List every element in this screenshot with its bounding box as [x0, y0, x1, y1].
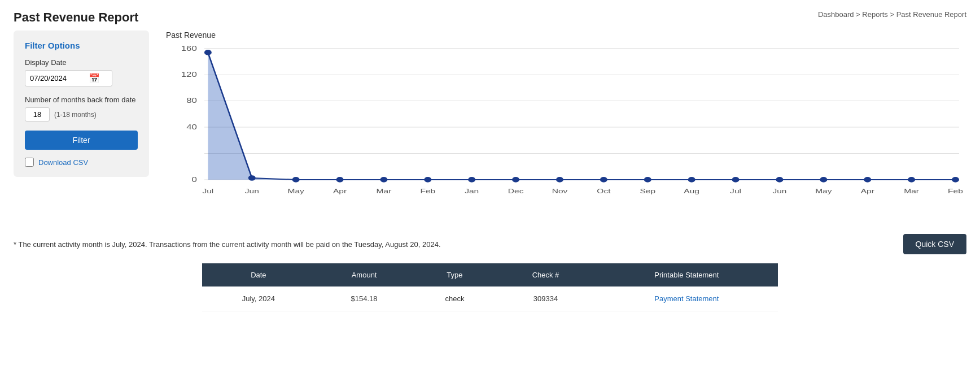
- svg-text:Jan: Jan: [465, 188, 479, 195]
- breadcrumb: Dashboard > Reports > Past Revenue Repor…: [818, 10, 966, 19]
- svg-text:Apr: Apr: [333, 188, 347, 195]
- svg-text:80: 80: [186, 97, 197, 105]
- svg-point-26: [820, 177, 827, 183]
- csv-row: Download CSV: [25, 158, 138, 167]
- cell-date: July, 2024: [202, 286, 315, 311]
- svg-point-29: [952, 177, 959, 183]
- breadcrumb-dashboard[interactable]: Dashboard: [818, 10, 854, 19]
- breadcrumb-reports[interactable]: Reports: [862, 10, 888, 19]
- svg-point-17: [424, 177, 431, 183]
- svg-point-16: [380, 177, 387, 183]
- cell-check: 309334: [496, 286, 595, 311]
- col-check: Check #: [496, 263, 595, 286]
- table-row: July, 2024 $154.18 check 309334 Payment …: [202, 286, 778, 311]
- svg-text:Feb: Feb: [948, 188, 963, 195]
- svg-text:0: 0: [192, 176, 197, 184]
- svg-text:Jul: Jul: [202, 188, 213, 195]
- svg-text:160: 160: [181, 45, 197, 53]
- cell-statement[interactable]: Payment Statement: [596, 286, 778, 311]
- svg-text:Mar: Mar: [377, 188, 392, 195]
- svg-marker-11: [208, 53, 955, 180]
- svg-text:May: May: [287, 188, 304, 195]
- svg-text:Jun: Jun: [245, 188, 259, 195]
- months-input[interactable]: [25, 107, 50, 121]
- svg-point-13: [248, 175, 256, 181]
- bottom-section: * The current activity month is July, 20…: [0, 224, 980, 322]
- months-hint: (1-18 months): [54, 111, 97, 119]
- chart-area: Past Revenue 160 120 80 40 0: [160, 31, 966, 224]
- svg-text:Apr: Apr: [861, 188, 875, 195]
- svg-text:May: May: [815, 188, 832, 195]
- svg-text:Aug: Aug: [684, 188, 699, 195]
- svg-point-25: [776, 177, 783, 183]
- svg-text:Jul: Jul: [730, 188, 741, 195]
- display-date-label: Display Date: [25, 58, 138, 67]
- breadcrumb-current: Past Revenue Report: [896, 10, 966, 19]
- chart-svg: 160 120 80 40 0: [160, 43, 966, 212]
- svg-text:Feb: Feb: [420, 188, 435, 195]
- svg-point-28: [908, 177, 915, 183]
- csv-checkbox[interactable]: [25, 158, 34, 167]
- main-content: Filter Options Display Date 📅 Number of …: [0, 31, 980, 224]
- svg-text:Sep: Sep: [640, 188, 655, 195]
- notice-text: * The current activity month is July, 20…: [14, 240, 441, 249]
- data-table: Date Amount Type Check # Printable State…: [202, 263, 778, 311]
- table-header: Date Amount Type Check # Printable State…: [202, 263, 778, 286]
- svg-point-18: [468, 177, 475, 183]
- cell-type: check: [413, 286, 496, 311]
- svg-point-12: [204, 50, 212, 55]
- notice-row: * The current activity month is July, 20…: [14, 234, 966, 254]
- svg-text:40: 40: [186, 123, 197, 131]
- table-body: July, 2024 $154.18 check 309334 Payment …: [202, 286, 778, 311]
- filter-title: Filter Options: [25, 41, 138, 50]
- date-input[interactable]: [30, 74, 86, 83]
- svg-point-20: [556, 177, 563, 183]
- calendar-icon[interactable]: 📅: [89, 73, 100, 84]
- filter-panel: Filter Options Display Date 📅 Number of …: [14, 31, 149, 177]
- breadcrumb-separator2: >: [890, 10, 896, 19]
- months-row: (1-18 months): [25, 107, 138, 121]
- svg-point-21: [600, 177, 607, 183]
- quick-csv-button[interactable]: Quick CSV: [903, 234, 966, 254]
- svg-text:Jun: Jun: [772, 188, 786, 195]
- svg-text:Mar: Mar: [904, 188, 919, 195]
- svg-point-27: [864, 177, 871, 183]
- date-input-wrap[interactable]: 📅: [25, 70, 112, 86]
- svg-point-14: [292, 177, 300, 183]
- svg-text:120: 120: [181, 71, 197, 79]
- cell-amount: $154.18: [315, 286, 414, 311]
- col-statement: Printable Statement: [596, 263, 778, 286]
- svg-point-22: [644, 177, 651, 183]
- col-type: Type: [413, 263, 496, 286]
- filter-button[interactable]: Filter: [25, 131, 138, 150]
- payment-statement-link[interactable]: Payment Statement: [654, 294, 719, 303]
- svg-point-15: [336, 177, 344, 183]
- svg-text:Nov: Nov: [552, 188, 568, 195]
- chart-container: 160 120 80 40 0: [160, 43, 966, 224]
- col-amount: Amount: [315, 263, 414, 286]
- page-header: Past Revenue Report Dashboard > Reports …: [0, 0, 980, 31]
- col-date: Date: [202, 263, 315, 286]
- svg-point-24: [732, 177, 740, 183]
- chart-title: Past Revenue: [160, 31, 966, 40]
- svg-point-19: [512, 177, 519, 183]
- months-back-label: Number of months back from date: [25, 96, 138, 104]
- svg-point-23: [688, 177, 695, 183]
- svg-text:Dec: Dec: [508, 188, 524, 195]
- page-title: Past Revenue Report: [14, 10, 138, 25]
- breadcrumb-separator: >: [856, 10, 862, 19]
- svg-text:Oct: Oct: [597, 188, 610, 195]
- csv-label[interactable]: Download CSV: [38, 158, 88, 167]
